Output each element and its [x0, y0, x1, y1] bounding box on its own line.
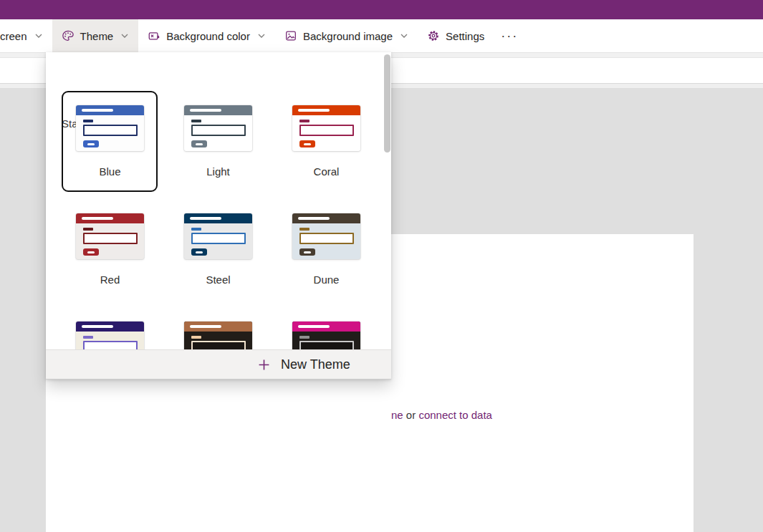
preview-header-bar	[292, 213, 360, 223]
preview-button-dash	[196, 251, 203, 253]
theme-tile-coral[interactable]: Coral	[272, 91, 380, 199]
preview-title-pill	[82, 109, 113, 112]
toolbar-item-background-image[interactable]: Background image	[275, 19, 418, 52]
preview-body	[292, 115, 360, 151]
preview-header-bar	[292, 105, 360, 115]
preview-title-pill	[190, 109, 221, 112]
theme-preview-card	[76, 213, 144, 259]
theme-name-label: Coral	[272, 165, 380, 178]
preview-button	[191, 140, 207, 147]
preview-title-pill	[190, 217, 221, 220]
theme-preview-card	[292, 105, 360, 151]
theme-grid: Blue Light	[56, 91, 381, 379]
theme-preview-card	[184, 105, 252, 151]
paint-bucket-icon	[148, 29, 160, 42]
toolbar-item-theme[interactable]: Theme	[52, 19, 139, 52]
preview-title-pill	[82, 217, 113, 220]
preview-input-box	[299, 125, 354, 136]
empty-state-text: ne or connect to data	[391, 409, 492, 421]
connect-to-data-link[interactable]: connect to data	[418, 409, 492, 421]
preview-title-pill	[190, 325, 221, 328]
new-theme-label: New Theme	[281, 357, 350, 372]
preview-title-pill	[298, 109, 330, 112]
preview-label-dash	[191, 228, 201, 231]
theme-dropdown-panel: Standard Blue	[46, 52, 391, 379]
preview-input-box	[191, 125, 246, 136]
preview-body	[76, 223, 144, 259]
preview-header-bar	[76, 105, 144, 115]
chevron-down-icon	[34, 32, 43, 40]
preview-button-dash	[304, 143, 311, 145]
preview-button	[191, 248, 207, 256]
theme-tile-blue[interactable]: Blue	[56, 91, 164, 199]
theme-name-label: Dune	[272, 274, 380, 286]
preview-body	[76, 115, 144, 151]
background-image-label: Background image	[303, 30, 393, 42]
preview-button-dash	[87, 143, 95, 145]
theme-tile-red[interactable]: Red	[56, 199, 164, 307]
theme-preview-card	[292, 213, 360, 259]
toolbar-item-background-color[interactable]: Background color	[138, 19, 275, 52]
preview-label-dash	[83, 336, 93, 339]
preview-title-pill	[82, 325, 113, 328]
gear-icon	[427, 29, 440, 42]
theme-preview-card	[76, 105, 144, 151]
connector-text: or	[403, 409, 419, 421]
chevron-down-icon	[400, 32, 408, 40]
preview-button	[299, 248, 315, 256]
preview-button-dash	[304, 251, 311, 253]
preview-input-box	[191, 233, 246, 244]
app-titlebar	[0, 0, 763, 19]
settings-button-label: Settings	[446, 30, 484, 42]
preview-label-dash	[191, 336, 201, 339]
preview-label-dash	[83, 228, 93, 231]
preview-input-box	[299, 233, 354, 244]
toolbar-item-settings[interactable]: Settings	[418, 19, 494, 52]
theme-name-label: Steel	[164, 274, 272, 286]
theme-tile-dune[interactable]: Dune	[272, 199, 380, 307]
ellipsis-icon: ···	[501, 29, 518, 44]
preview-label-dash	[191, 120, 201, 122]
plus-icon	[258, 359, 270, 371]
preview-button	[299, 140, 315, 147]
screen-button-label: creen	[0, 30, 27, 42]
preview-header-bar	[184, 105, 252, 115]
preview-button	[83, 248, 99, 256]
theme-name-label: Light	[164, 165, 272, 178]
chevron-down-icon	[257, 32, 266, 40]
preview-header-bar	[76, 321, 144, 332]
dropdown-scrollbar-thumb[interactable]	[384, 54, 390, 153]
new-theme-button[interactable]: New Theme	[46, 349, 391, 379]
theme-tile-light[interactable]: Light	[164, 91, 272, 199]
preview-label-dash	[299, 120, 309, 122]
app-window: creen Theme	[0, 0, 763, 532]
preview-input-box	[83, 233, 138, 244]
preview-button-dash	[87, 251, 95, 253]
preview-button	[83, 140, 99, 147]
preview-header-bar	[184, 321, 252, 332]
preview-input-box	[83, 125, 138, 136]
image-icon	[284, 29, 297, 42]
dropdown-bottom-edge	[46, 379, 391, 379]
theme-name-label: Red	[56, 274, 164, 286]
toolbar-overflow-button[interactable]: ···	[494, 19, 525, 52]
preview-body	[184, 223, 252, 259]
preview-body	[184, 115, 252, 151]
insert-pane-link-fragment[interactable]: ne	[391, 409, 403, 421]
preview-title-pill	[298, 325, 330, 328]
preview-label-dash	[299, 336, 309, 339]
theme-name-label: Blue	[56, 165, 164, 178]
preview-label-dash	[299, 228, 309, 231]
preview-header-bar	[184, 213, 252, 223]
background-color-label: Background color	[166, 30, 250, 42]
palette-icon	[62, 29, 75, 42]
preview-body	[292, 223, 360, 259]
preview-title-pill	[298, 217, 330, 220]
theme-preview-card	[184, 213, 252, 259]
theme-tile-steel[interactable]: Steel	[164, 199, 272, 307]
command-bar: creen Theme	[0, 19, 763, 52]
preview-button-dash	[196, 143, 203, 145]
preview-header-bar	[292, 321, 360, 332]
toolbar-item-screen[interactable]: creen	[0, 19, 52, 52]
theme-button-label: Theme	[80, 30, 114, 42]
